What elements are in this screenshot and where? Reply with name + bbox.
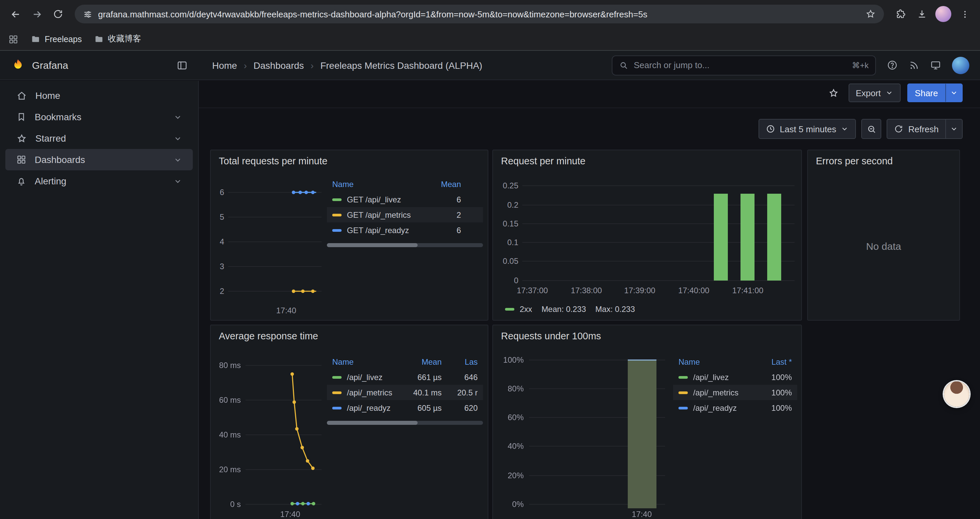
total-requests-chart[interactable]: 6 5 4 3 2 17:40 [211,172,324,321]
series-color-swatch [678,376,688,378]
apps-grid-icon[interactable] [8,34,19,45]
reload-button[interactable] [48,4,68,24]
legend-col-mean[interactable]: Mean [428,180,461,189]
series-name[interactable]: /api/_livez [347,372,402,382]
series-name[interactable]: /api/_metrics [347,388,402,397]
sidebar-item-alerting[interactable]: Alerting [5,170,193,192]
url-bar[interactable]: grafana.mathmast.com/d/deytv4rwavabkb/fr… [75,5,884,23]
series-name[interactable]: /api/_readyz [347,403,402,412]
browser-menu-button[interactable] [955,4,975,24]
zoom-out-icon [867,124,877,134]
share-button[interactable]: Share [908,83,945,102]
search-input[interactable] [634,60,846,70]
kiosk-monitor-icon[interactable] [930,59,941,71]
home-icon [16,90,27,101]
series-name[interactable]: GET /api/_livez [347,195,428,204]
series-name[interactable]: /api/_metrics [693,388,752,397]
url-text[interactable]: grafana.mathmast.com/d/deytv4rwavabkb/fr… [98,9,860,19]
svg-text:60 ms: 60 ms [219,395,241,404]
search-shortcut-hint: ⌘+k [852,61,869,70]
grafana-logo-icon[interactable] [11,58,25,72]
panel-left-icon [176,59,188,71]
export-button[interactable]: Export [848,83,900,102]
svg-text:17:40: 17:40 [632,509,652,519]
legend-col-mean[interactable]: Mean [402,357,442,367]
series-color-swatch [332,406,342,409]
series-name[interactable]: GET /api/_readyz [347,225,428,235]
legend-series[interactable]: 2xx [505,305,532,314]
series-name[interactable]: 2xx [520,305,532,314]
folder-icon [31,34,41,44]
series-color-swatch [332,391,342,394]
bookmark-star-icon[interactable] [865,9,876,19]
chevron-down-icon [841,125,849,133]
svg-text:17:41:00: 17:41:00 [732,286,763,295]
legend-header: Name Last * [673,355,797,369]
sidebar-item-dashboards[interactable]: Dashboards [5,149,193,170]
series-color-swatch [332,229,342,232]
favorite-dashboard-button[interactable] [825,85,842,101]
legend-col-name[interactable]: Name [332,180,428,189]
panel-legend: Name Mean Las /api/_livez 661 µs 646 [327,355,483,425]
svg-text:17:38:00: 17:38:00 [571,286,602,295]
downloads-button[interactable] [912,4,932,24]
sidebar-toggle-button[interactable] [176,59,188,71]
panel-title[interactable]: Errors per second [808,150,959,172]
breadcrumb-dashboards[interactable]: Dashboards [253,60,304,70]
series-name[interactable]: GET /api/_metrics [347,210,428,219]
assistant-avatar-button[interactable] [944,382,969,407]
legend-row: /api/_metrics 100% [673,385,797,400]
refresh-button[interactable]: Refresh [887,119,946,139]
forward-button[interactable] [27,4,47,24]
help-icon[interactable] [886,59,898,71]
search-box[interactable]: ⌘+k [612,55,876,75]
sidebar-item-starred[interactable]: Starred [5,128,193,149]
chevron-down-icon [950,89,958,97]
chevron-down-icon [950,125,958,133]
refresh-interval-dropdown[interactable] [946,119,963,139]
site-settings-icon[interactable] [83,9,93,19]
bookmark-folder-blogs[interactable]: 收藏博客 [94,34,141,45]
user-avatar[interactable] [952,56,969,74]
series-name[interactable]: /api/_readyz [693,403,752,412]
bookmark-folder-freeleaps[interactable]: Freeleaps [31,34,82,44]
sidebar-item-home[interactable]: Home [5,85,193,106]
panel-title[interactable]: Average response time [211,325,488,347]
chevron-down-icon[interactable] [173,134,182,143]
panel-title[interactable]: Requests under 100ms [493,325,801,347]
legend-row: /api/_readyz 100% [673,400,797,415]
series-last-value: 100% [752,403,792,412]
time-range-picker[interactable]: Last 5 minutes [759,119,856,139]
panel-body: 100% 80% 60% 40% 20% 0% 17:40 Name Last [493,347,801,519]
sidebar-item-bookmarks[interactable]: Bookmarks [5,106,193,128]
profile-avatar [935,6,951,22]
breadcrumb-separator: › [310,60,313,70]
svg-text:100%: 100% [503,355,524,364]
avg-response-time-chart[interactable]: 80 ms 60 ms 40 ms 20 ms 0 s 17:40 [211,347,324,519]
extensions-button[interactable] [891,4,911,24]
news-rss-icon[interactable] [908,60,919,70]
chevron-down-icon[interactable] [173,113,182,121]
chevron-down-icon[interactable] [173,155,182,164]
svg-text:60%: 60% [508,413,524,422]
profile-button[interactable] [933,4,953,24]
panel-title[interactable]: Request per minute [493,150,801,172]
legend-col-name[interactable]: Name [678,357,752,367]
panel-title[interactable]: Total requests per minute [211,150,488,172]
legend-col-name[interactable]: Name [332,357,402,367]
legend-scrollbar-thumb[interactable] [327,243,417,247]
legend-col-last[interactable]: Last * [752,357,792,367]
request-per-minute-chart[interactable]: 0.25 0.2 0.15 0.1 0.05 0 17:37:00 17:38:… [493,172,801,321]
zoom-out-time-button[interactable] [862,119,881,139]
legend-col-last[interactable]: Las [442,357,478,367]
breadcrumb-home[interactable]: Home [212,60,237,70]
star-icon [16,133,27,144]
share-dropdown-button[interactable] [945,83,963,102]
legend-row: /api/_livez 661 µs 646 [327,369,483,385]
series-name[interactable]: /api/_livez [693,372,752,382]
dashboard-actions: Export Share [825,83,963,102]
chevron-down-icon[interactable] [173,177,182,185]
brand-zone: Grafana [0,58,199,72]
legend-scrollbar-thumb[interactable] [327,421,417,425]
back-button[interactable] [5,4,25,24]
